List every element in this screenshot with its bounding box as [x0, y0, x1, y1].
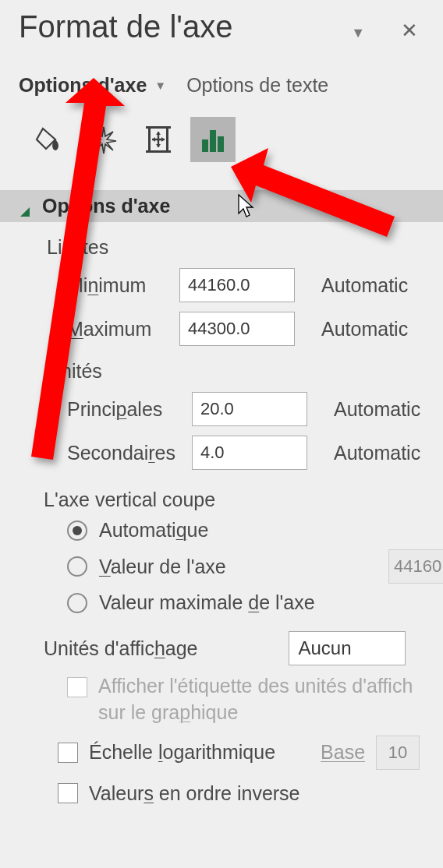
- reverse-label: Valeurs en ordre inverse: [89, 782, 300, 805]
- show-display-units-label-row: Afficher l'étiquette des unités d'affich…: [67, 673, 443, 726]
- units-major-auto[interactable]: Automatic: [334, 398, 420, 421]
- radio-auto-button[interactable]: [67, 520, 87, 541]
- tab-text-options[interactable]: Options de texte: [186, 74, 328, 97]
- units-major-label: Principales: [67, 398, 192, 421]
- limits-max-auto[interactable]: Automatic: [321, 318, 408, 340]
- axis-cross-value-input: 44160: [388, 549, 443, 584]
- tab-size[interactable]: [136, 117, 181, 162]
- log-base-input: 10: [376, 736, 420, 770]
- tab-effects[interactable]: [81, 117, 126, 162]
- limits-max-input[interactable]: [179, 312, 295, 346]
- section-title: Options d'axe: [42, 195, 170, 217]
- svg-rect-4: [202, 139, 208, 152]
- bar-chart-icon: [197, 124, 229, 155]
- radio-at-value-label: Valeur de l'axe: [99, 556, 226, 578]
- close-button[interactable]: ✕: [395, 17, 424, 44]
- tab-fill[interactable]: [27, 117, 72, 162]
- units-header: Unités: [47, 360, 443, 383]
- svg-rect-5: [210, 130, 216, 152]
- limits-max-label: Maximum: [67, 318, 179, 340]
- section-header-axis-options[interactable]: Options d'axe: [0, 190, 443, 222]
- effects-icon: [88, 124, 119, 155]
- radio-at-value[interactable]: Valeur de l'axe 44160: [67, 549, 443, 584]
- tab-axis-options[interactable]: Options d'axe ▼: [19, 74, 166, 97]
- radio-auto-label: Automatique: [99, 519, 208, 542]
- log-scale-label: Échelle logarithmique: [89, 741, 275, 764]
- reverse-checkbox[interactable]: [58, 783, 78, 803]
- radio-at-value-button[interactable]: [67, 556, 87, 577]
- chevron-down-icon: ▼: [154, 79, 166, 92]
- limits-min-input[interactable]: [179, 268, 295, 302]
- collapse-triangle-icon: [19, 206, 31, 218]
- display-units-value: Aucun: [299, 637, 352, 659]
- log-base-label: Base: [321, 741, 365, 764]
- pane-title: Format de l'axe: [19, 9, 232, 44]
- show-display-units-label-checkbox: [67, 677, 87, 697]
- units-minor-label: Secondaires: [67, 442, 192, 464]
- pane-menu-button[interactable]: ▼: [343, 20, 373, 46]
- tab-axis-options-icon[interactable]: [190, 117, 236, 162]
- log-scale-checkbox[interactable]: [58, 743, 78, 763]
- tab-axis-options-label: Options d'axe: [19, 74, 147, 97]
- limits-header: Limites: [47, 236, 443, 259]
- radio-at-max-button[interactable]: [67, 593, 87, 613]
- paint-bucket-icon: [34, 124, 65, 155]
- units-major-input[interactable]: [192, 392, 307, 426]
- svg-rect-6: [218, 136, 224, 152]
- radio-at-max[interactable]: Valeur maximale de l'axe: [67, 591, 443, 614]
- show-display-units-label-text: Afficher l'étiquette des unités d'affich…: [98, 673, 413, 726]
- axis-cross-header: L'axe vertical coupe: [44, 489, 443, 511]
- limits-min-auto[interactable]: Automatic: [321, 274, 408, 297]
- display-units-select[interactable]: Aucun: [289, 631, 406, 665]
- svg-rect-0: [148, 127, 151, 152]
- radio-at-max-label: Valeur maximale de l'axe: [99, 591, 315, 614]
- size-icon: [141, 122, 175, 157]
- limits-min-label: Minimum: [67, 274, 179, 297]
- cursor-icon: [236, 193, 255, 220]
- tab-text-options-label: Options de texte: [186, 74, 328, 97]
- units-minor-auto[interactable]: Automatic: [334, 442, 420, 464]
- display-units-label: Unités d'affichage: [44, 637, 198, 660]
- svg-rect-3: [166, 127, 168, 152]
- units-minor-input[interactable]: [192, 436, 307, 470]
- radio-auto[interactable]: Automatique: [67, 519, 443, 542]
